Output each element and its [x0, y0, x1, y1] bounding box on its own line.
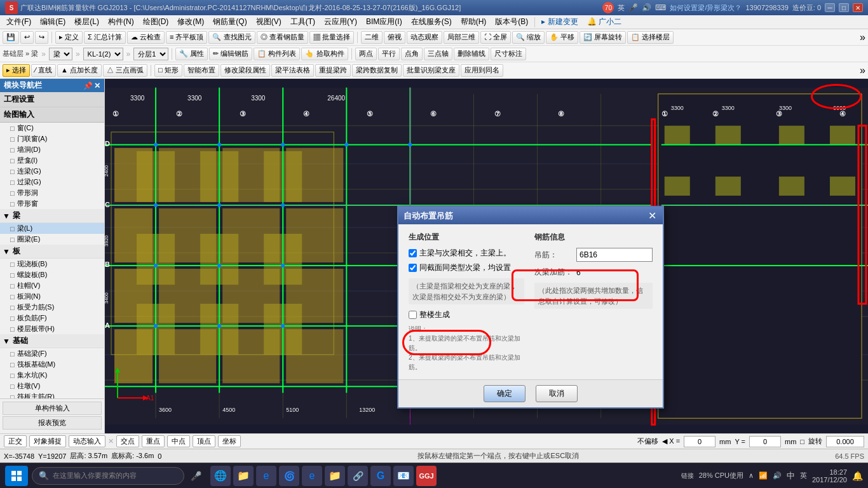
sidebar-item-col-cap[interactable]: □柱帽(V): [0, 280, 104, 291]
snap-vertex[interactable]: 顶点: [193, 435, 215, 447]
btn-re-extract[interactable]: 重提梁跨: [315, 64, 351, 77]
btn-batch-select[interactable]: ▦ 批量选择: [309, 31, 354, 44]
sidebar-item-strip-hole[interactable]: □带形洞: [0, 187, 104, 198]
btn-zoom[interactable]: 🔍 缩放: [512, 31, 545, 44]
sidebar-item-col-pier[interactable]: □柱墩(V): [0, 381, 104, 391]
sidebar-item-raft-main[interactable]: □筏板主筋(R): [0, 391, 104, 398]
sidebar-section-draw[interactable]: 绘图输入: [0, 107, 104, 123]
sidebar-single-input[interactable]: 单构件输入: [3, 402, 102, 415]
menu-file[interactable]: 文件(F): [3, 15, 35, 29]
taskbar-app-email[interactable]: 📧: [393, 466, 414, 486]
sidebar-item-coupling-beam[interactable]: □连梁(G): [0, 166, 104, 177]
dialog-check-main-secondary[interactable]: 主梁与次梁相交，主梁上。: [409, 248, 524, 259]
btn-select-floor[interactable]: 📋 选择楼层: [627, 31, 674, 44]
taskbar-app-ggj[interactable]: GGJ: [416, 466, 437, 486]
btn-view-rebar[interactable]: ◎ 查看钢筋量: [257, 31, 308, 44]
menu-tools[interactable]: 工具(T): [287, 15, 319, 29]
menu-rebar[interactable]: 钢筋量(Q): [209, 15, 250, 29]
btn-batch-identify[interactable]: 批量识别梁支座: [403, 64, 459, 77]
dialog-ok-button[interactable]: 确定: [484, 385, 526, 402]
auto-place-hanger-dialog[interactable]: 自动布置吊筋 ✕ 生成位置 主梁与次梁相交，主梁上。: [397, 206, 664, 409]
sidebar-item-sump[interactable]: □集水坑(K): [0, 370, 104, 381]
sidebar-item-floor-band[interactable]: □楼层板带(H): [0, 323, 104, 334]
toolbar1-more[interactable]: »: [860, 32, 865, 43]
start-button[interactable]: [5, 466, 28, 486]
floor-select[interactable]: 分层1: [133, 48, 168, 60]
btn-point-angle[interactable]: 点角: [401, 48, 423, 60]
speaker-icon[interactable]: 🔊: [642, 3, 651, 12]
hanging-bar-input[interactable]: [576, 248, 653, 262]
rotate-input[interactable]: [826, 436, 864, 447]
taskbar-app-network[interactable]: 🔗: [348, 466, 368, 486]
help-link[interactable]: 如何设置梁/异形梁次？: [670, 3, 742, 13]
sidebar-item-slab-hole[interactable]: □板洞(N): [0, 291, 104, 302]
btn-select[interactable]: ▸ 选择: [3, 64, 30, 77]
x-coord-input[interactable]: [684, 436, 715, 447]
taskbar-app-folder[interactable]: 📁: [325, 466, 345, 486]
taskbar-search[interactable]: 🔍 在这里输入你要搜索的内容: [32, 467, 184, 485]
btn-edit-rebar[interactable]: ✏ 编辑钢筋: [209, 48, 252, 60]
btn-component-list[interactable]: 📋 构件列表: [254, 48, 300, 60]
win-maximize[interactable]: □: [839, 3, 849, 12]
btn-line[interactable]: ∕ 直线: [31, 64, 56, 77]
taskbar-app-2[interactable]: 📁: [233, 466, 254, 486]
dialog-close-button[interactable]: ✕: [647, 210, 658, 222]
ime-mode[interactable]: 英: [618, 3, 625, 13]
lang-indicator[interactable]: 中: [787, 470, 795, 482]
btn-modify-beam-seg[interactable]: 修改梁段属性: [220, 64, 270, 77]
btn-two-point[interactable]: 两点: [355, 48, 377, 60]
snap-endpoint[interactable]: 重点: [142, 435, 165, 447]
menu-guangxiao[interactable]: 🔔 广小二: [583, 15, 625, 29]
sidebar-report[interactable]: 报表预览: [3, 416, 102, 430]
btn-apply-same-name[interactable]: 应用到同名: [461, 64, 503, 77]
btn-pick-component[interactable]: 👆 拾取构件: [301, 48, 348, 60]
taskbar-app-1[interactable]: 🌐: [210, 466, 231, 486]
menu-online[interactable]: 在线服务(S): [407, 15, 456, 29]
menu-version[interactable]: 版本号(B): [491, 15, 532, 29]
taskbar-app-ie2[interactable]: e: [302, 466, 322, 486]
sidebar-item-cast-slab[interactable]: □现浇板(B): [0, 259, 104, 269]
sidebar-item-found-beam[interactable]: □基础梁(F): [0, 348, 104, 359]
snap-object[interactable]: 对象捕捉: [29, 435, 66, 447]
sidebar-item-over-beam[interactable]: □过梁(G): [0, 177, 104, 187]
taskbar-app-ie[interactable]: e: [256, 466, 276, 486]
sidebar-item-strip-window[interactable]: □带形窗: [0, 198, 104, 209]
btn-dynamic-view[interactable]: 动态观察: [407, 31, 442, 44]
dialog-check-same-section[interactable]: 同截面同类型次梁，均设置: [409, 262, 524, 273]
beam-code-select[interactable]: KL-1(2): [83, 48, 123, 60]
taskbar-app-edge[interactable]: 🌀: [279, 466, 299, 486]
check-main-secondary-beam[interactable]: [409, 249, 417, 257]
sidebar-item-wall-hole[interactable]: □墙洞(D): [0, 144, 104, 155]
btn-redo[interactable]: ↪: [35, 31, 48, 44]
win-close[interactable]: ✕: [853, 3, 863, 12]
rotate-checkbox[interactable]: □: [800, 438, 804, 445]
btn-find-elem[interactable]: 🔍 查找图元: [208, 31, 255, 44]
menu-bim[interactable]: BIM应用(I): [362, 15, 406, 29]
btn-local-3d[interactable]: 局部三维: [444, 31, 479, 44]
btn-level-top[interactable]: ≡ 齐平板顶: [166, 31, 207, 44]
clock[interactable]: 18:27 2017/12/20: [812, 468, 847, 484]
sidebar-item-slab-rebar[interactable]: □板受力筋(S): [0, 302, 104, 313]
btn-three-arc[interactable]: △ 三点画弧: [103, 64, 147, 77]
sidebar-close-icon[interactable]: ✕: [94, 81, 100, 90]
btn-calculate[interactable]: Σ 汇总计算: [84, 31, 126, 44]
mic-taskbar-icon[interactable]: 🎤: [188, 471, 204, 481]
sidebar-item-beam[interactable]: □梁(L): [0, 223, 104, 234]
btn-undo[interactable]: ↩: [20, 31, 34, 44]
btn-save[interactable]: 💾: [3, 31, 19, 44]
menu-floor[interactable]: 楼层(L): [71, 15, 103, 29]
btn-dim[interactable]: 尺寸标注: [491, 48, 526, 60]
sidebar-item-alcove[interactable]: □壁龛(I): [0, 155, 104, 166]
btn-three-point-axis[interactable]: 三点轴: [424, 48, 452, 60]
btn-fullscreen[interactable]: ⛶ 全屏: [480, 31, 511, 44]
menu-component[interactable]: 构件(N): [104, 15, 138, 29]
btn-properties[interactable]: 🔧 属性: [175, 48, 208, 60]
btn-smart-place[interactable]: 智能布置: [184, 64, 219, 77]
btn-del-aux[interactable]: 删除辅线: [454, 48, 489, 60]
mic-icon[interactable]: 🎤: [628, 3, 638, 12]
sidebar-item-door-window[interactable]: □门联窗(A): [0, 133, 104, 144]
sidebar-group-beam[interactable]: ▼梁: [0, 209, 104, 223]
sidebar-item-ring-beam[interactable]: □圈梁(E): [0, 234, 104, 245]
sidebar-item-spiral-slab[interactable]: □螺旋板(B): [0, 269, 104, 280]
btn-2d[interactable]: 二维: [361, 31, 383, 44]
